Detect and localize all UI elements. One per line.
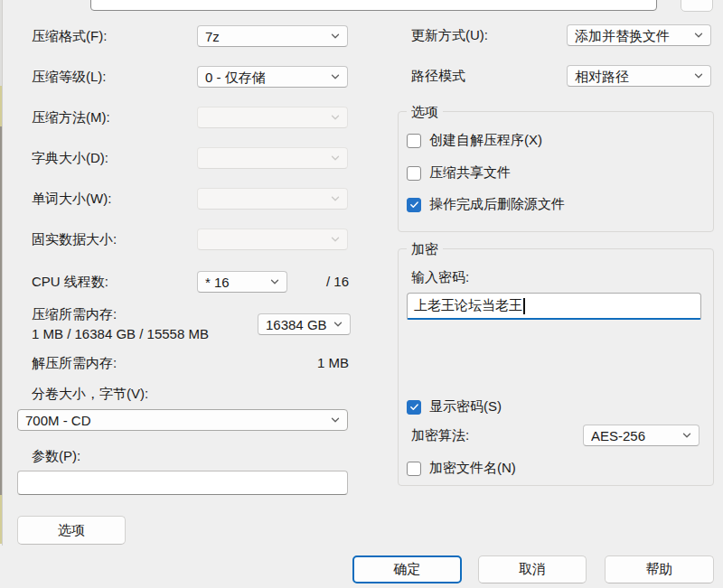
create-sfx-checkbox[interactable]: 创建自解压程序(X)	[407, 132, 542, 149]
volume-size-label: 分卷大小，字节(V):	[32, 385, 148, 403]
compress-shared-files-checkbox[interactable]: 压缩共享文件	[407, 164, 511, 182]
word-size-combo	[197, 188, 348, 210]
solid-block-size-combo	[197, 229, 348, 250]
encrypt-filenames-checkbox[interactable]: 加密文件名(N)	[407, 460, 516, 477]
dictionary-size-label: 字典大小(D):	[32, 147, 108, 169]
checkbox-unchecked-icon	[407, 166, 421, 181]
checkbox-checked-icon	[407, 400, 421, 415]
chevron-down-icon	[269, 276, 280, 287]
options-group-title: 选项	[407, 103, 443, 121]
parameters-input[interactable]	[17, 471, 348, 495]
chevron-down-icon	[693, 70, 704, 81]
password-label: 输入密码:	[411, 268, 469, 286]
chevron-down-icon	[330, 112, 341, 123]
cpu-threads-label: CPU 线程数:	[32, 271, 108, 293]
add-to-archive-dialog: 压缩格式(F): 7z 压缩等级(L): 0 - 仅存储 压缩方法(M): 字典…	[0, 0, 723, 588]
chevron-down-icon	[681, 430, 692, 441]
delete-files-after-checkbox[interactable]: 操作完成后删除源文件	[407, 196, 565, 213]
chevron-down-icon	[330, 153, 341, 163]
chevron-down-icon	[330, 415, 341, 425]
ok-button[interactable]: 确定	[352, 555, 462, 583]
memory-compress-detail: 1 MB / 16384 GB / 15558 MB	[32, 325, 209, 343]
memory-decompress-value: 1 MB	[258, 354, 349, 372]
format-combo[interactable]: 7z	[197, 25, 348, 47]
text-caret	[523, 298, 525, 314]
chevron-down-icon	[330, 71, 341, 82]
checkbox-unchecked-icon	[407, 462, 421, 476]
memory-limit-combo[interactable]: 16384 GB	[258, 313, 351, 335]
path-mode-label: 路径模式	[411, 65, 465, 87]
password-input[interactable]: 上老王论坛当老王	[407, 293, 701, 320]
edge-artifact	[2, 0, 3, 546]
volume-size-combo[interactable]: 700M - CD	[17, 409, 348, 431]
path-mode-combo[interactable]: 相对路径	[567, 65, 711, 87]
dictionary-size-combo	[197, 147, 348, 169]
solid-block-size-label: 固实数据大小:	[32, 229, 117, 250]
memory-decompress-label: 解压所需内存:	[32, 354, 117, 372]
cpu-threads-max: / 16	[307, 271, 349, 293]
encryption-group-title: 加密	[407, 240, 443, 258]
checkmark-icon	[409, 402, 419, 412]
archive-name-input[interactable]	[90, 0, 657, 11]
cpu-threads-combo[interactable]: * 16	[197, 271, 287, 293]
chevron-down-icon	[333, 319, 343, 330]
options-button[interactable]: 选项	[17, 516, 126, 545]
method-label: 压缩方法(M):	[32, 107, 110, 128]
encryption-method-label: 加密算法:	[411, 426, 469, 444]
method-combo	[197, 107, 348, 128]
word-size-label: 单词大小(W):	[32, 188, 111, 210]
checkmark-icon	[409, 200, 419, 210]
show-password-checkbox[interactable]: 显示密码(S)	[407, 398, 502, 415]
update-mode-label: 更新方式(U):	[411, 24, 488, 46]
checkbox-unchecked-icon	[407, 134, 421, 148]
encryption-method-combo[interactable]: AES-256	[583, 425, 700, 446]
memory-compress-label: 压缩所需内存:	[32, 305, 117, 323]
level-label: 压缩等级(L):	[32, 66, 107, 88]
browse-button[interactable]	[681, 0, 713, 12]
checkbox-checked-icon	[407, 198, 421, 212]
level-combo[interactable]: 0 - 仅存储	[197, 66, 348, 88]
help-button[interactable]: 帮助	[605, 555, 714, 583]
format-label: 压缩格式(F):	[32, 25, 107, 47]
chevron-down-icon	[330, 234, 341, 245]
chevron-down-icon	[693, 30, 704, 41]
cancel-button[interactable]: 取消	[478, 555, 587, 583]
chevron-down-icon	[330, 193, 341, 204]
chevron-down-icon	[330, 31, 341, 42]
parameters-label: 参数(P):	[32, 447, 80, 465]
update-mode-combo[interactable]: 添加并替换文件	[567, 24, 711, 46]
